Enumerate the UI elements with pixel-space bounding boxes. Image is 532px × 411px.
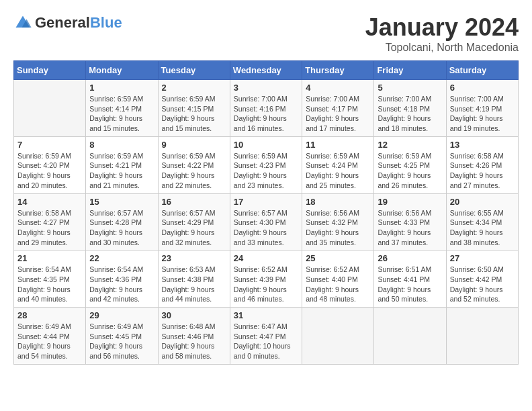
day-number: 12 [378, 140, 442, 150]
day-number: 20 [450, 197, 515, 207]
day-number: 27 [450, 253, 515, 263]
day-number: 7 [17, 140, 82, 150]
day-detail: Sunrise: 6:55 AMSunset: 4:34 PMDaylight:… [450, 208, 515, 248]
calendar-day-cell: 14Sunrise: 6:58 AMSunset: 4:27 PMDayligh… [14, 193, 86, 250]
month-title: January 2024 [365, 13, 519, 42]
day-detail: Sunrise: 6:59 AMSunset: 4:20 PMDaylight:… [17, 151, 82, 191]
calendar-day-cell: 17Sunrise: 6:57 AMSunset: 4:30 PMDayligh… [230, 193, 302, 250]
calendar-body: 1Sunrise: 6:59 AMSunset: 4:14 PMDaylight… [14, 80, 519, 365]
calendar-day-cell: 12Sunrise: 6:59 AMSunset: 4:25 PMDayligh… [374, 136, 446, 193]
calendar-title-area: January 2024 Topolcani, North Macedonia [365, 13, 519, 54]
day-detail: Sunrise: 6:59 AMSunset: 4:15 PMDaylight:… [162, 94, 226, 134]
day-number: 28 [17, 310, 82, 320]
day-number: 26 [378, 253, 442, 263]
day-detail: Sunrise: 6:47 AMSunset: 4:47 PMDaylight:… [234, 322, 298, 361]
day-number: 18 [306, 197, 370, 207]
day-detail: Sunrise: 6:51 AMSunset: 4:41 PMDaylight:… [378, 265, 442, 304]
day-number: 29 [89, 310, 154, 320]
calendar-day-cell: 16Sunrise: 6:57 AMSunset: 4:29 PMDayligh… [158, 193, 230, 250]
logo: GeneralBlue [13, 13, 122, 32]
day-detail: Sunrise: 6:49 AMSunset: 4:44 PMDaylight:… [17, 322, 82, 361]
calendar-day-cell [446, 308, 518, 365]
calendar-day-cell: 30Sunrise: 6:48 AMSunset: 4:46 PMDayligh… [158, 308, 230, 365]
calendar-day-cell: 13Sunrise: 6:58 AMSunset: 4:26 PMDayligh… [446, 136, 518, 193]
calendar-day-cell: 1Sunrise: 6:59 AMSunset: 4:14 PMDaylight… [86, 80, 158, 137]
day-detail: Sunrise: 7:00 AMSunset: 4:17 PMDaylight:… [306, 94, 370, 134]
calendar-day-cell: 26Sunrise: 6:51 AMSunset: 4:41 PMDayligh… [374, 250, 446, 308]
day-number: 15 [89, 197, 154, 207]
day-number: 19 [378, 197, 442, 207]
calendar-week-row: 14Sunrise: 6:58 AMSunset: 4:27 PMDayligh… [14, 193, 519, 250]
day-number: 11 [306, 140, 370, 150]
calendar-header: Sunday Monday Tuesday Wednesday Thursday… [14, 61, 519, 80]
calendar-day-cell: 5Sunrise: 7:00 AMSunset: 4:18 PMDaylight… [374, 80, 446, 137]
day-number: 23 [162, 253, 226, 263]
day-detail: Sunrise: 7:00 AMSunset: 4:16 PMDaylight:… [234, 94, 298, 134]
day-number: 2 [162, 83, 226, 93]
logo-blue: Blue [90, 14, 122, 31]
day-detail: Sunrise: 6:59 AMSunset: 4:24 PMDaylight:… [306, 151, 370, 191]
calendar-day-cell: 25Sunrise: 6:52 AMSunset: 4:40 PMDayligh… [302, 250, 374, 308]
calendar-day-cell: 19Sunrise: 6:56 AMSunset: 4:33 PMDayligh… [374, 193, 446, 250]
calendar-day-cell [14, 80, 86, 137]
calendar-day-cell: 21Sunrise: 6:54 AMSunset: 4:35 PMDayligh… [14, 250, 86, 308]
day-number: 9 [162, 140, 226, 150]
day-detail: Sunrise: 6:57 AMSunset: 4:30 PMDaylight:… [234, 208, 298, 248]
calendar-day-cell: 29Sunrise: 6:49 AMSunset: 4:45 PMDayligh… [86, 308, 158, 365]
logo-icon [13, 13, 32, 32]
day-number: 16 [162, 197, 226, 207]
day-number: 31 [234, 310, 298, 320]
calendar-week-row: 28Sunrise: 6:49 AMSunset: 4:44 PMDayligh… [14, 308, 519, 365]
day-detail: Sunrise: 6:49 AMSunset: 4:45 PMDaylight:… [89, 322, 154, 361]
calendar-day-cell: 27Sunrise: 6:50 AMSunset: 4:42 PMDayligh… [446, 250, 518, 308]
day-detail: Sunrise: 6:52 AMSunset: 4:40 PMDaylight:… [306, 265, 370, 304]
day-detail: Sunrise: 7:00 AMSunset: 4:18 PMDaylight:… [378, 94, 442, 134]
day-number: 24 [234, 253, 298, 263]
weekday-header-row: Sunday Monday Tuesday Wednesday Thursday… [14, 61, 519, 80]
day-detail: Sunrise: 6:54 AMSunset: 4:36 PMDaylight:… [89, 265, 154, 304]
calendar-day-cell: 10Sunrise: 6:59 AMSunset: 4:23 PMDayligh… [230, 136, 302, 193]
calendar-week-row: 21Sunrise: 6:54 AMSunset: 4:35 PMDayligh… [14, 250, 519, 308]
location-title: Topolcani, North Macedonia [365, 42, 519, 54]
calendar-day-cell: 2Sunrise: 6:59 AMSunset: 4:15 PMDaylight… [158, 80, 230, 137]
logo-general: General [35, 14, 90, 31]
day-detail: Sunrise: 6:54 AMSunset: 4:35 PMDaylight:… [17, 265, 82, 304]
calendar-day-cell: 15Sunrise: 6:57 AMSunset: 4:28 PMDayligh… [86, 193, 158, 250]
day-detail: Sunrise: 6:57 AMSunset: 4:29 PMDaylight:… [162, 208, 226, 248]
calendar-day-cell: 31Sunrise: 6:47 AMSunset: 4:47 PMDayligh… [230, 308, 302, 365]
calendar-day-cell: 4Sunrise: 7:00 AMSunset: 4:17 PMDaylight… [302, 80, 374, 137]
day-detail: Sunrise: 6:50 AMSunset: 4:42 PMDaylight:… [450, 265, 515, 304]
calendar-day-cell: 28Sunrise: 6:49 AMSunset: 4:44 PMDayligh… [14, 308, 86, 365]
day-detail: Sunrise: 6:52 AMSunset: 4:39 PMDaylight:… [234, 265, 298, 304]
day-detail: Sunrise: 6:58 AMSunset: 4:26 PMDaylight:… [450, 151, 515, 191]
calendar-day-cell [374, 308, 446, 365]
calendar-day-cell: 3Sunrise: 7:00 AMSunset: 4:16 PMDaylight… [230, 80, 302, 137]
day-number: 10 [234, 140, 298, 150]
header-sunday: Sunday [14, 61, 86, 80]
day-number: 22 [89, 253, 154, 263]
day-number: 21 [17, 253, 82, 263]
day-detail: Sunrise: 6:59 AMSunset: 4:25 PMDaylight:… [378, 151, 442, 191]
header-thursday: Thursday [302, 61, 374, 80]
day-detail: Sunrise: 6:53 AMSunset: 4:38 PMDaylight:… [162, 265, 226, 304]
day-detail: Sunrise: 7:00 AMSunset: 4:19 PMDaylight:… [450, 94, 515, 134]
day-detail: Sunrise: 6:58 AMSunset: 4:27 PMDaylight:… [17, 208, 82, 248]
calendar-day-cell [302, 308, 374, 365]
day-detail: Sunrise: 6:59 AMSunset: 4:14 PMDaylight:… [89, 94, 154, 134]
page-header: GeneralBlue January 2024 Topolcani, Nort… [13, 13, 519, 54]
calendar-day-cell: 24Sunrise: 6:52 AMSunset: 4:39 PMDayligh… [230, 250, 302, 308]
day-number: 13 [450, 140, 515, 150]
day-detail: Sunrise: 6:56 AMSunset: 4:33 PMDaylight:… [378, 208, 442, 248]
day-number: 14 [17, 197, 82, 207]
day-detail: Sunrise: 6:59 AMSunset: 4:21 PMDaylight:… [89, 151, 154, 191]
calendar-day-cell: 7Sunrise: 6:59 AMSunset: 4:20 PMDaylight… [14, 136, 86, 193]
day-detail: Sunrise: 6:59 AMSunset: 4:22 PMDaylight:… [162, 151, 226, 191]
header-wednesday: Wednesday [230, 61, 302, 80]
day-number: 25 [306, 253, 370, 263]
header-monday: Monday [86, 61, 158, 80]
day-number: 4 [306, 83, 370, 93]
day-number: 6 [450, 83, 515, 93]
day-detail: Sunrise: 6:57 AMSunset: 4:28 PMDaylight:… [89, 208, 154, 248]
header-tuesday: Tuesday [158, 61, 230, 80]
calendar-day-cell: 11Sunrise: 6:59 AMSunset: 4:24 PMDayligh… [302, 136, 374, 193]
